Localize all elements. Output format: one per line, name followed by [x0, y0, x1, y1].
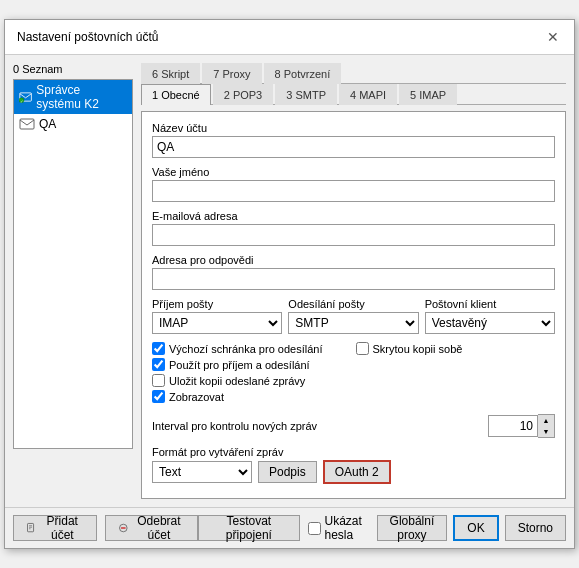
dropdowns-row: Příjem pošty IMAP POP3 Odesílání pošty S…: [152, 298, 555, 334]
odesilani-label: Odesílání pošty: [288, 298, 418, 310]
interval-spinner: ▲ ▼: [488, 414, 555, 438]
check-pouzit-label[interactable]: Použít pro příjem a odesílání: [169, 359, 310, 371]
svg-rect-4: [28, 523, 34, 531]
check-vychozi: Výchozí schránka pro odesílání: [152, 342, 352, 355]
sidebar-item-spravce[interactable]: ✓ Správce systému K2: [14, 80, 132, 114]
check-zobrazovat-input[interactable]: [152, 390, 165, 403]
prijem-select[interactable]: IMAP POP3: [152, 312, 282, 334]
close-button[interactable]: ✕: [544, 28, 562, 46]
footer-mid: Testovat připojení Ukázat hesla: [198, 514, 376, 542]
format-label: Formát pro vytváření zpráv: [152, 446, 555, 458]
tab-proxy[interactable]: 7 Proxy: [202, 63, 261, 84]
check-vychozi-input[interactable]: [152, 342, 165, 355]
email-label: E-mailová adresa: [152, 210, 555, 222]
sidebar-item-qa[interactable]: QA: [14, 114, 132, 134]
adresa-label: Adresa pro odpovědi: [152, 254, 555, 266]
check-vychozi-label[interactable]: Výchozí schránka pro odesílání: [169, 343, 322, 355]
dialog-title: Nastavení poštovních účtů: [17, 30, 158, 44]
check-zobrazovat: Zobrazovat: [152, 390, 352, 403]
interval-input[interactable]: [488, 415, 538, 437]
ok-button[interactable]: OK: [453, 515, 498, 541]
format-area: Formát pro vytváření zpráv Text HTML Pod…: [152, 446, 555, 484]
document-icon: [26, 521, 37, 535]
check-skrytou-label[interactable]: Skrytou kopii sobě: [373, 343, 463, 355]
tab-potvrzeni[interactable]: 8 Potvrzení: [264, 63, 342, 84]
format-select[interactable]: Text HTML: [152, 461, 252, 483]
tabs-row1: 6 Skript 7 Proxy 8 Potvrzení: [141, 63, 566, 84]
oauth2-button[interactable]: OAuth 2: [323, 460, 391, 484]
email-input[interactable]: [152, 224, 555, 246]
email-icon-qa: [19, 118, 35, 130]
klient-label: Poštovní klient: [425, 298, 555, 310]
format-row-inner: Text HTML Podpis OAuth 2: [152, 460, 555, 484]
storno-button[interactable]: Storno: [505, 515, 566, 541]
email-icon-selected: ✓: [19, 91, 32, 103]
klient-select[interactable]: Vestavěný: [425, 312, 555, 334]
check-pouzit: Použít pro příjem a odesílání: [152, 358, 352, 371]
checkboxes-area: Výchozí schránka pro odesílání Skrytou k…: [152, 342, 555, 406]
check-ulozit-input[interactable]: [152, 374, 165, 387]
interval-row: Interval pro kontrolu nových zpráv ▲ ▼: [152, 414, 555, 438]
main-dialog: Nastavení poštovních účtů ✕ 0 Seznam ✓ S…: [4, 19, 575, 549]
vase-jmeno-group: Vaše jméno: [152, 166, 555, 202]
tab-mapi[interactable]: 4 MAPI: [339, 84, 397, 105]
globalni-button[interactable]: Globální proxy: [377, 515, 448, 541]
spinner-buttons: ▲ ▼: [538, 414, 555, 438]
check-skrytou: Skrytou kopii sobě: [356, 342, 556, 355]
testovat-button[interactable]: Testovat připojení: [198, 515, 299, 541]
sidebar: 0 Seznam ✓ Správce systému K2: [13, 63, 133, 499]
tab-smtp[interactable]: 3 SMTP: [275, 84, 337, 105]
odesilani-select[interactable]: SMTP: [288, 312, 418, 334]
svg-text:✓: ✓: [20, 99, 23, 103]
check-ulozit: Uložit kopii odeslané zprávy: [152, 374, 352, 387]
tab-obecne[interactable]: 1 Obecné: [141, 84, 211, 105]
nazev-uctu-input[interactable]: [152, 136, 555, 158]
form-area: Název účtu Vaše jméno E-mailová adresa A…: [141, 111, 566, 499]
pridat-label: Přidat účet: [41, 514, 84, 542]
prijem-group: Příjem pošty IMAP POP3: [152, 298, 282, 334]
check-skrytou-input[interactable]: [356, 342, 369, 355]
odebrat-button[interactable]: Odebrat účet: [105, 515, 198, 541]
dialog-body: 0 Seznam ✓ Správce systému K2: [5, 55, 574, 507]
hesla-checkbox[interactable]: [308, 522, 321, 535]
tab-imap[interactable]: 5 IMAP: [399, 84, 457, 105]
spinner-up-button[interactable]: ▲: [538, 415, 554, 426]
pridat-button[interactable]: Přidat účet: [13, 515, 97, 541]
main-panel: 6 Skript 7 Proxy 8 Potvrzení 1 Obecné 2 …: [141, 63, 566, 499]
check-zobrazovat-label[interactable]: Zobrazovat: [169, 391, 224, 403]
email-group: E-mailová adresa: [152, 210, 555, 246]
globalni-label: Globální proxy: [390, 514, 435, 542]
hesla-label[interactable]: Ukázat hesla: [325, 514, 377, 542]
odesilani-group: Odesílání pošty SMTP: [288, 298, 418, 334]
adresa-group: Adresa pro odpovědi: [152, 254, 555, 290]
sidebar-label-spravce: Správce systému K2: [36, 83, 127, 111]
testovat-label: Testovat připojení: [211, 514, 286, 542]
odebrat-label: Odebrat účet: [133, 514, 186, 542]
tab-pop3[interactable]: 2 POP3: [213, 84, 274, 105]
podpis-button[interactable]: Podpis: [258, 461, 317, 483]
dialog-footer: Přidat účet Odebrat účet Testovat připoj…: [5, 507, 574, 548]
sidebar-list: ✓ Správce systému K2 QA: [13, 79, 133, 449]
title-bar: Nastavení poštovních účtů ✕: [5, 20, 574, 55]
sidebar-label-qa: QA: [39, 117, 56, 131]
footer-right: Globální proxy OK Storno: [377, 515, 566, 541]
spinner-down-button[interactable]: ▼: [538, 426, 554, 437]
tab-skript[interactable]: 6 Skript: [141, 63, 200, 84]
vase-jmeno-input[interactable]: [152, 180, 555, 202]
check-ulozit-label[interactable]: Uložit kopii odeslané zprávy: [169, 375, 305, 387]
tabs-row2: 1 Obecné 2 POP3 3 SMTP 4 MAPI 5 IMAP: [141, 84, 566, 105]
klient-group: Poštovní klient Vestavěný: [425, 298, 555, 334]
nazev-uctu-group: Název účtu: [152, 122, 555, 158]
interval-label: Interval pro kontrolu nových zpráv: [152, 420, 317, 432]
prijem-label: Příjem pošty: [152, 298, 282, 310]
sidebar-title: 0 Seznam: [13, 63, 133, 75]
footer-left: Přidat účet Odebrat účet: [13, 515, 198, 541]
svg-rect-3: [20, 119, 34, 129]
adresa-input[interactable]: [152, 268, 555, 290]
remove-icon: [118, 521, 129, 535]
check-pouzit-input[interactable]: [152, 358, 165, 371]
nazev-uctu-label: Název účtu: [152, 122, 555, 134]
hesla-group: Ukázat hesla: [308, 514, 377, 542]
vase-jmeno-label: Vaše jméno: [152, 166, 555, 178]
